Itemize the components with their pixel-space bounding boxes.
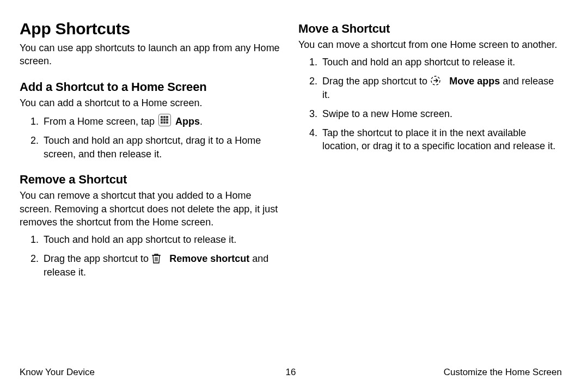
page-title: App Shortcuts — [20, 20, 283, 38]
move-shortcut-heading: Move a Shortcut — [298, 22, 562, 36]
add-shortcut-heading: Add a Shortcut to a Home Screen — [20, 80, 283, 94]
move-step-2-bold: Move apps — [449, 76, 500, 87]
two-column-layout: App Shortcuts You can use app shortcuts … — [20, 20, 562, 285]
move-step-1: Touch and hold an app shortcut to releas… — [320, 56, 562, 69]
right-column: Move a Shortcut You can move a shortcut … — [298, 20, 562, 285]
move-step-3: Swipe to a new Home screen. — [320, 107, 562, 121]
move-apps-icon — [430, 75, 441, 86]
manual-page: App Shortcuts You can use app shortcuts … — [0, 0, 588, 392]
add-step-1-post: . — [200, 116, 203, 127]
move-step-4: Tap the shortcut to place it in the next… — [320, 126, 562, 154]
remove-step-1: Touch and hold an app shortcut to releas… — [41, 233, 283, 247]
remove-step-2: Drag the app shortcut to Remove shortcut… — [41, 252, 283, 279]
apps-grid-icon — [158, 114, 171, 126]
move-shortcut-intro: You can move a shortcut from one Home sc… — [298, 38, 562, 51]
add-step-1-bold: Apps — [175, 116, 200, 127]
remove-step-2-bold: Remove shortcut — [169, 253, 249, 264]
trash-icon — [151, 253, 161, 264]
add-step-1-pre: From a Home screen, tap — [44, 116, 157, 127]
page-footer: Know Your Device 16 Customize the Home S… — [20, 367, 562, 378]
add-step-1: From a Home screen, tap Apps. — [41, 114, 283, 128]
move-step-2-pre: Drag the app shortcut to — [322, 76, 430, 87]
remove-shortcut-heading: Remove a Shortcut — [20, 173, 283, 187]
intro-paragraph: You can use app shortcuts to launch an a… — [20, 41, 283, 68]
remove-shortcut-steps: Touch and hold an app shortcut to releas… — [20, 233, 283, 279]
move-step-2: Drag the app shortcut to Move apps and r… — [320, 75, 562, 102]
move-shortcut-steps: Touch and hold an app shortcut to releas… — [298, 56, 562, 153]
add-shortcut-steps: From a Home screen, tap Apps. Touch and … — [20, 114, 283, 161]
remove-shortcut-intro: You can remove a shortcut that you added… — [20, 189, 283, 229]
left-column: App Shortcuts You can use app shortcuts … — [20, 20, 283, 285]
page-number: 16 — [20, 367, 562, 378]
add-shortcut-intro: You can add a shortcut to a Home screen. — [20, 96, 283, 109]
remove-step-2-pre: Drag the app shortcut to — [44, 253, 151, 264]
add-step-2: Touch and hold an app shortcut, drag it … — [41, 134, 283, 161]
